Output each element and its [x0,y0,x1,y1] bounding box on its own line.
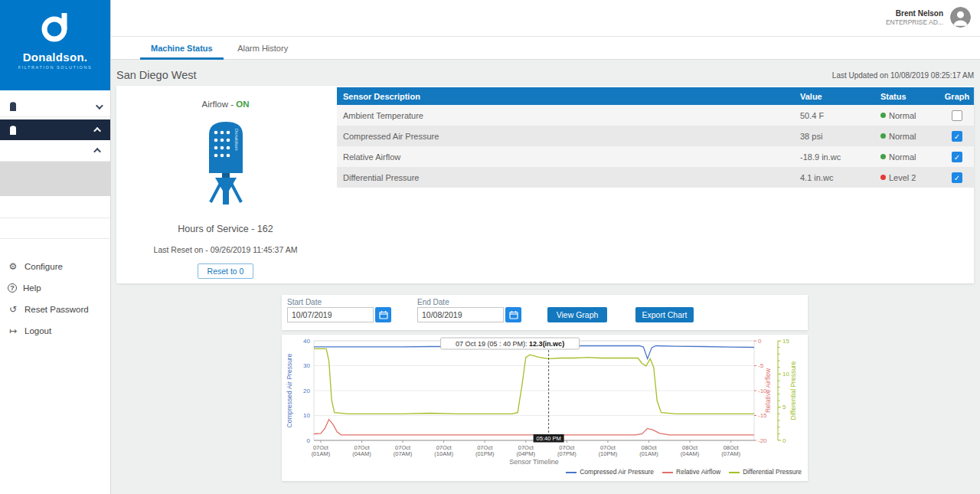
svg-text:(07PM): (07PM) [557,450,577,457]
user-role: ENTERPRISE AD... [886,18,943,26]
sidebar-item-help[interactable]: ?Help [0,277,110,299]
svg-text:30: 30 [303,362,310,369]
svg-text:Sensor Timeline: Sensor Timeline [509,458,559,466]
chevron-up-icon [93,127,101,135]
status-dot-icon [880,113,886,118]
last-reset-on: Last Reset on - 09/26/2019 11:45:37 AM [116,245,335,254]
reset-to-zero-button[interactable]: Reset to 0 [198,263,254,279]
airflow-status: Airflow - ON [116,100,335,109]
graph-cell: ✓ [940,152,974,162]
svg-text:(04AM): (04AM) [681,450,700,457]
svg-text:40: 40 [303,338,310,345]
brand-tagline: FILTRATION SOLUTIONS [0,65,110,70]
sensor-status: Normal [880,152,940,162]
graph-checkbox[interactable]: ✓ [952,131,962,142]
sensor-value: 38 psi [800,132,880,141]
svg-text:5: 5 [782,404,786,411]
page-title: San Diego West [116,69,197,81]
chart-card: 403020100Compressed Air Pressure0-5-10-1… [282,335,808,481]
tab-bar: Machine Status Alarm History [111,37,980,60]
sensor-table: Sensor DescriptionValueStatusGraph Ambie… [337,87,974,188]
sidebar-item-label: Help [23,283,41,293]
svg-text:(07AM): (07AM) [721,450,740,457]
svg-text:-20: -20 [758,437,767,444]
end-date-input[interactable] [417,307,504,322]
sidebar-list-item[interactable] [0,218,110,239]
chevron-up-icon [93,148,101,155]
svg-text:(04PM): (04PM) [516,450,535,457]
status-dot-icon [880,154,886,159]
column-header: Value [800,92,880,101]
sensor-value: -18.9 in.wc [800,152,880,162]
airflow-state: ON [236,100,249,109]
legend-label: Differential Pressure [743,468,802,476]
graph-checkbox[interactable]: ✓ [952,152,962,162]
legend-item[interactable]: Differential Pressure [729,468,802,476]
last-updated: Last Updated on 10/08/2019 08:25:17 AM [832,71,974,80]
brand-name: Donaldson. [0,51,110,64]
machine-icon [8,125,18,136]
svg-text:(10AM): (10AM) [434,450,453,457]
machine-status-card: Airflow - ON Donaldson Hours of Service … [116,86,974,283]
sensor-status: Level 2 [880,173,940,182]
sensor-description: Differential Pressure [337,173,800,182]
sidebar-item-configure[interactable]: ⚙Configure [0,256,110,277]
graph-cell [940,110,974,121]
sensor-status: Normal [880,111,940,120]
graph-cell: ✓ [940,172,974,183]
status-label: Normal [889,132,916,141]
reset-icon: ↺ [8,304,18,315]
column-header: Graph [940,92,974,101]
user-block[interactable]: Brent Nelson ENTERPRISE AD... [886,7,971,28]
table-row: Relative Airflow-18.9 in.wcNormal✓ [337,146,974,167]
top-bar: Brent Nelson ENTERPRISE AD... [111,0,980,37]
table-body: Ambient Temperature50.4 FNormalCompresse… [337,105,974,188]
svg-text:07 Oct 19 (05 : 40 PM): 12.3(i: 07 Oct 19 (05 : 40 PM): 12.3(in.wc) [456,340,564,348]
end-date-calendar-button[interactable] [505,307,521,322]
brand-logo-block: Donaldson. FILTRATION SOLUTIONS [0,0,110,90]
legend-label: Relative Airflow [676,468,720,476]
export-chart-button[interactable]: Export Chart [635,307,694,322]
sensor-description: Relative Airflow [337,152,800,162]
content: San Diego West Last Updated on 10/08/201… [111,60,980,494]
table-row: Ambient Temperature50.4 FNormal [337,105,974,126]
sensor-value: 50.4 F [800,111,880,120]
svg-text:(07AM): (07AM) [394,450,413,457]
collector-brand-label: Donaldson [234,129,239,151]
start-date-label: Start Date [287,298,322,306]
sensor-chart[interactable]: 403020100Compressed Air Pressure0-5-10-1… [282,335,808,466]
legend-item[interactable]: Compressed Air Pressure [566,468,654,476]
date-controls-card: Start Date End Date Vi [282,295,808,330]
sidebar-item-machines-collapsed[interactable] [0,97,110,117]
sidebar-item-label: Logout [24,326,51,335]
table-row: Compressed Air Pressure38 psiNormal✓ [337,126,974,146]
svg-text:05:40 PM: 05:40 PM [537,435,561,442]
svg-text:Relative Airflow: Relative Airflow [764,368,772,413]
avatar[interactable] [950,7,971,28]
tab-alarm-history[interactable]: Alarm History [227,37,299,57]
machine-panel: Airflow - ON Donaldson Hours of Service … [116,86,335,283]
help-icon: ? [8,283,17,293]
sidebar-selected-machine[interactable] [0,162,110,196]
svg-text:(01AM): (01AM) [312,450,331,457]
graph-checkbox[interactable] [952,110,962,121]
sidebar-list-item[interactable] [0,196,110,218]
view-graph-button[interactable]: View Graph [547,307,607,322]
calendar-icon [379,310,388,319]
svg-text:(01AM): (01AM) [639,450,658,457]
svg-text:0: 0 [758,338,762,345]
end-date-label: End Date [417,298,449,306]
svg-text:(04AM): (04AM) [352,450,371,457]
start-date-input[interactable] [287,307,374,322]
chevron-down-icon [96,102,103,110]
sidebar-item-machines-expanded[interactable] [0,119,110,140]
tab-machine-status[interactable]: Machine Status [140,37,224,60]
graph-checkbox[interactable]: ✓ [952,172,962,183]
legend-item[interactable]: Relative Airflow [662,468,720,476]
sensor-description: Ambient Temperature [337,111,800,120]
start-date-calendar-button[interactable] [375,307,391,322]
sidebar-item-reset-password[interactable]: ↺Reset Password [0,299,110,320]
sidebar-item-logout[interactable]: ↦Logout [0,320,110,342]
person-icon [950,7,971,28]
sidebar-item-sublocation-expanded[interactable] [0,140,110,162]
